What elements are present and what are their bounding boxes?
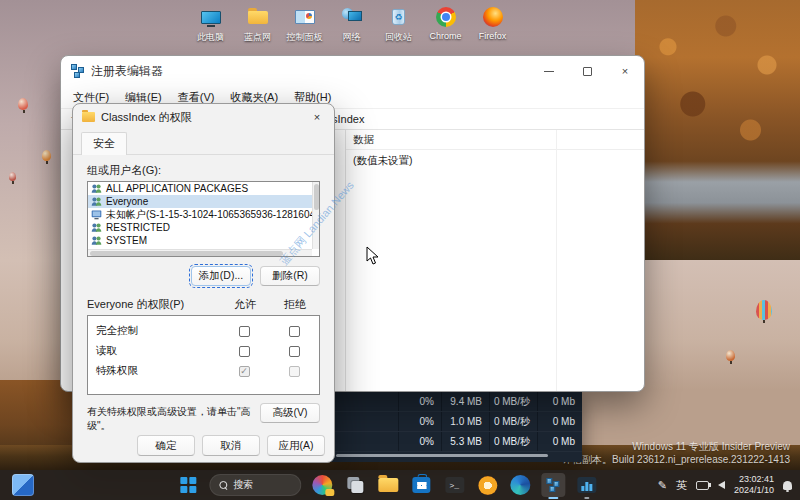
widgets-icon[interactable]	[12, 474, 34, 496]
minimize-button[interactable]	[530, 56, 568, 86]
desktop-icon-this-pc[interactable]: 此电脑	[187, 5, 234, 44]
full-control-allow-checkbox[interactable]	[239, 326, 250, 337]
ime-indicator[interactable]: 英	[676, 478, 687, 493]
group-icon	[91, 222, 102, 233]
desktop-icon-chrome[interactable]: Chrome	[422, 5, 469, 44]
default-value-cell[interactable]: (数值未设置)	[346, 150, 644, 168]
hot-air-balloon	[42, 150, 51, 161]
user-name: SYSTEM	[106, 235, 147, 246]
taskbar-app-stack-icon[interactable]	[343, 473, 367, 497]
add-button[interactable]: 添加(D)...	[191, 266, 251, 286]
permission-name: 完全控制	[88, 324, 219, 338]
desktop-icon-control-panel[interactable]: 控制面板	[281, 5, 328, 44]
task-manager-taskbar-icon[interactable]	[574, 473, 598, 497]
autumn-forest-right	[635, 0, 800, 260]
permission-row: 完全控制	[88, 321, 319, 341]
edge-icon[interactable]	[508, 473, 532, 497]
full-control-deny-checkbox[interactable]	[289, 326, 300, 337]
hot-air-balloon	[9, 172, 16, 181]
desktop-icon-network[interactable]: 网络	[328, 5, 375, 44]
terminal-icon[interactable]: >_	[442, 473, 466, 497]
permissions-dialog: ClassIndex 的权限 × 安全 组或用户名(G): ALL APPLIC…	[72, 103, 335, 463]
apply-button[interactable]: 应用(A)	[267, 435, 325, 456]
registry-editor-icon	[546, 478, 560, 492]
column-separator[interactable]	[556, 130, 557, 392]
network-value: 0 Mb	[537, 412, 582, 431]
desktop-icon-label: Firefox	[479, 31, 507, 41]
read-allow-checkbox[interactable]	[239, 346, 250, 357]
user-name: RESTRICTED	[106, 222, 170, 233]
notification-bell-icon[interactable]	[783, 481, 792, 490]
permission-name: 读取	[88, 344, 219, 358]
insider-preview-watermark: Windows 11 专业版 Insider Preview 评估副本。Buil…	[562, 441, 790, 466]
allow-column-header: 允许	[220, 297, 270, 312]
desktop-icon-firefox[interactable]: Firefox	[469, 5, 516, 44]
column-header-data[interactable]: 数据	[346, 130, 644, 150]
user-list-item[interactable]: 未知帐户(S-1-15-3-1024-1065365936-1281604716…	[88, 208, 312, 221]
user-list-item[interactable]: RESTRICTED	[88, 221, 312, 234]
cpu-value: 0%	[398, 412, 441, 431]
search-label: 搜索	[233, 478, 253, 492]
folder-icon	[82, 112, 95, 122]
user-name: 未知帐户(S-1-15-3-1024-1065365936-1281604716…	[106, 208, 312, 222]
user-name: Everyone	[106, 196, 148, 207]
user-list-item[interactable]: ALL APPLICATION PACKAGES	[88, 182, 312, 195]
pen-icon[interactable]: ✎	[658, 479, 667, 492]
maximize-button[interactable]	[568, 56, 606, 86]
user-name: ALL APPLICATION PACKAGES	[106, 183, 248, 194]
task-manager-process-row[interactable]: 0% 1.0 MB 0 MB/秒 0 Mb	[330, 412, 582, 432]
network-icon	[340, 5, 364, 29]
desktop-icon-label: 此电脑	[197, 31, 224, 44]
tab-security[interactable]: 安全	[81, 132, 127, 155]
advanced-settings-note: 有关特殊权限或高级设置，请单击"高级"。	[87, 403, 254, 432]
network-value: 0 Mb	[537, 432, 582, 451]
desktop-icon-landian-folder[interactable]: 蓝点网	[234, 5, 281, 44]
taskbar-app-colorful-icon[interactable]	[310, 473, 334, 497]
control-panel-icon	[293, 5, 317, 29]
remove-button[interactable]: 删除(R)	[260, 266, 320, 286]
close-icon[interactable]: ×	[300, 104, 334, 130]
volume-icon[interactable]	[718, 481, 725, 489]
permission-row: 特殊权限	[88, 361, 319, 381]
taskbar-clock[interactable]: 23:02:41 2024/1/10	[734, 474, 774, 497]
group-icon	[91, 183, 102, 194]
registry-titlebar[interactable]: 注册表编辑器 ×	[61, 56, 644, 86]
start-button[interactable]	[176, 473, 200, 497]
firefox-icon	[481, 5, 505, 29]
read-deny-checkbox[interactable]	[289, 346, 300, 357]
advanced-button[interactable]: 高级(V)	[260, 403, 320, 423]
task-manager-process-row[interactable]: 0% 5.3 MB 0 MB/秒 0 Mb	[330, 432, 582, 452]
microsoft-store-icon[interactable]	[409, 473, 433, 497]
file-explorer-icon[interactable]	[376, 473, 400, 497]
permissions-for-label: Everyone 的权限(P)	[87, 297, 220, 312]
dialog-titlebar[interactable]: ClassIndex 的权限 ×	[73, 104, 334, 130]
network-value: 0 Mb	[537, 392, 582, 411]
registry-editor-taskbar-icon[interactable]	[541, 473, 565, 497]
close-button[interactable]: ×	[606, 56, 644, 86]
tray-date: 2024/1/10	[734, 485, 774, 496]
horizontal-scrollbar[interactable]	[88, 249, 312, 256]
taskbar-app-orange-icon[interactable]	[475, 473, 499, 497]
task-manager-window[interactable]: 0% 9.4 MB 0 MB/秒 0 Mb 0% 1.0 MB 0 MB/秒 0…	[330, 392, 582, 462]
vertical-scrollbar[interactable]	[312, 182, 319, 249]
group-icon	[91, 235, 102, 246]
disk-value: 0 MB/秒	[489, 392, 537, 411]
folder-icon	[246, 5, 270, 29]
registry-values-pane: 数据 (数值未设置)	[346, 130, 644, 392]
this-pc-icon	[199, 5, 223, 29]
user-list-item[interactable]: SYSTEM	[88, 234, 312, 247]
task-manager-process-row[interactable]: 0% 9.4 MB 0 MB/秒 0 Mb	[330, 392, 582, 412]
cancel-button[interactable]: 取消	[202, 435, 260, 456]
ok-button[interactable]: 确定	[137, 435, 195, 456]
desktop-icon-row: 此电脑 蓝点网 控制面板 网络 ♻ 回收站 Chrome Firefox	[187, 5, 516, 44]
group-user-list: ALL APPLICATION PACKAGES Everyone 未知帐户(S…	[87, 181, 320, 257]
unknown-account-icon	[91, 209, 102, 220]
desktop-icon-label: 回收站	[385, 31, 412, 44]
tray-time: 23:02:41	[734, 474, 774, 485]
user-list-item[interactable]: Everyone	[88, 195, 312, 208]
search-box[interactable]: 搜索	[209, 474, 301, 496]
dialog-tab-strip: 安全	[73, 130, 334, 155]
special-permissions-allow-checkbox	[239, 366, 250, 377]
horizontal-scrollbar[interactable]	[336, 454, 548, 457]
desktop-icon-recycle-bin[interactable]: ♻ 回收站	[375, 5, 422, 44]
